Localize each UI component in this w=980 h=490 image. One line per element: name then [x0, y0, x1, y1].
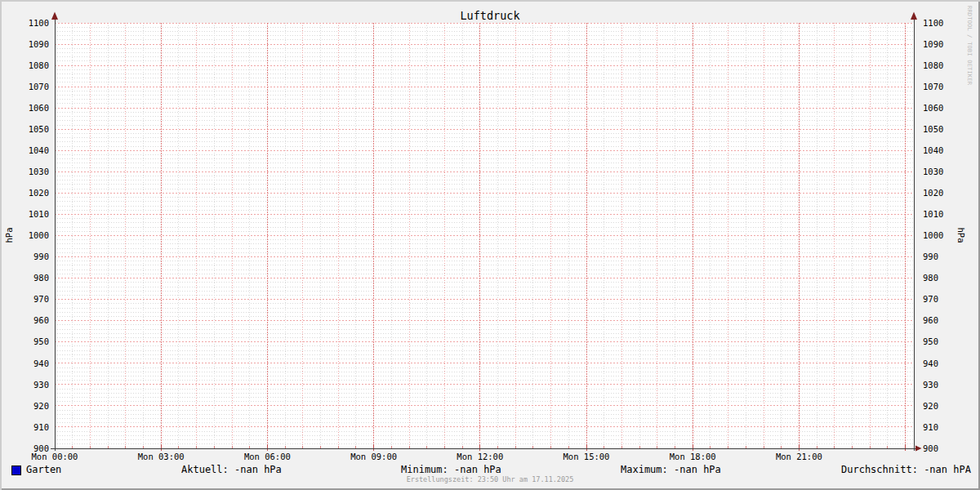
- y-tick-label-left: 930: [33, 380, 49, 390]
- y-tick-label-right: 930: [923, 380, 938, 390]
- y-tick-label-left: 1050: [29, 124, 49, 134]
- x-tick-label: Mon 18:00: [670, 452, 716, 461]
- y-tick-label-right: 1050: [923, 124, 943, 134]
- x-tick-label: Mon 03:00: [138, 452, 185, 461]
- stat-aktuell: Aktuell: -nan hPa: [181, 464, 282, 475]
- y-tick-label-right: 1010: [923, 209, 943, 219]
- y-tick-label-right: 1020: [923, 188, 943, 198]
- x-axis-arrow: [915, 446, 922, 452]
- rrdtool-watermark: RRDTOOL / TOBI OETIKER: [966, 6, 973, 85]
- y-tick-label-left: 920: [33, 401, 49, 411]
- y-tick-label-left: 1010: [29, 209, 49, 219]
- y-tick-label-right: 900: [923, 443, 938, 453]
- x-tick-label: Mon 12:00: [457, 452, 503, 461]
- y-tick-label-right: 1030: [923, 167, 943, 176]
- legend-swatch: [11, 466, 21, 475]
- legend-series-label: Garten: [26, 464, 61, 475]
- y-tick-label-right: 950: [923, 336, 938, 346]
- y-tick-label-left: 1070: [29, 82, 49, 91]
- y-axis-arrow-right: [911, 12, 917, 20]
- x-tick-label: Mon 15:00: [564, 452, 610, 461]
- y-tick-label-left: 910: [33, 422, 49, 432]
- plot-svg: 9009009109109209209309309409409509509609…: [0, 0, 980, 490]
- y-tick-label-left: 1020: [29, 188, 49, 198]
- x-tick-label: Mon 21:00: [776, 452, 822, 461]
- y-tick-label-left: 1060: [29, 103, 49, 113]
- y-tick-label-right: 1100: [923, 18, 943, 28]
- x-tick-label: Mon 09:00: [350, 452, 397, 461]
- y-tick-label-right: 910: [923, 422, 938, 432]
- y-tick-label-left: 990: [33, 252, 49, 261]
- x-tick-label: Mon 06:00: [244, 452, 291, 461]
- y-tick-label-left: 970: [33, 294, 49, 304]
- y-tick-label-left: 940: [33, 359, 49, 368]
- stat-durchschnitt: Durchschnitt: -nan hPA: [841, 464, 971, 475]
- y-axis-unit-left: hPa: [4, 228, 14, 243]
- y-tick-label-right: 970: [923, 294, 938, 304]
- y-tick-label-right: 1000: [923, 230, 943, 240]
- y-tick-label-right: 980: [923, 273, 938, 283]
- y-tick-label-right: 1080: [923, 60, 943, 70]
- y-tick-label-right: 1090: [923, 39, 943, 49]
- y-tick-label-left: 1090: [29, 39, 49, 49]
- stat-minimum: Minimum: -nan hPa: [401, 464, 501, 475]
- y-tick-label-left: 1100: [29, 18, 49, 28]
- y-tick-label-left: 980: [33, 273, 49, 283]
- y-tick-label-left: 1030: [29, 167, 49, 176]
- y-tick-label-right: 1060: [923, 103, 943, 113]
- y-axis-arrow-left: [51, 12, 58, 20]
- y-tick-label-left: 1000: [29, 230, 49, 240]
- stat-maximum: Maximum: -nan hPa: [621, 464, 721, 475]
- creation-time: Erstellungszeit: 23:50 Uhr am 17.11.2025: [0, 475, 980, 483]
- y-tick-label-left: 1080: [29, 60, 49, 70]
- y-tick-label-right: 920: [923, 401, 938, 411]
- y-tick-label-right: 1040: [923, 145, 943, 155]
- y-tick-label-right: 990: [923, 252, 938, 261]
- y-tick-label-left: 950: [33, 336, 49, 346]
- y-tick-label-right: 960: [923, 315, 938, 325]
- y-tick-label-right: 1070: [923, 82, 943, 91]
- y-tick-label-left: 960: [33, 315, 49, 325]
- rrdtool-graph: Luftdruck 900900910910920920930930940940…: [0, 0, 980, 490]
- y-tick-label-right: 940: [923, 359, 938, 368]
- y-axis-unit-right: hPa: [956, 228, 966, 243]
- x-tick-label: Mon 00:00: [32, 452, 78, 461]
- y-tick-label-left: 1040: [29, 145, 49, 155]
